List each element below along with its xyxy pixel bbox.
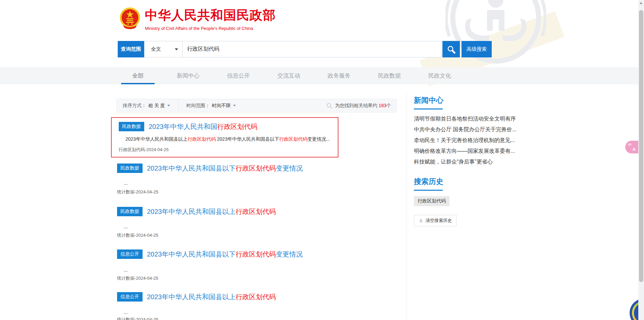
result-snippet: ... bbox=[124, 267, 128, 273]
search-bar: 查询范围 全文 高级搜索 bbox=[118, 41, 492, 57]
advanced-search-button[interactable]: 高级搜索 bbox=[462, 41, 492, 57]
result-snippet: 2023年中华人民共和国县以上行政区划代码 2023年中华人民共和国县以下行政区… bbox=[125, 136, 330, 142]
broom-icon bbox=[419, 218, 423, 223]
result-title-highlight: 行政区划代码 bbox=[236, 250, 276, 258]
search-result-item[interactable]: 民政数据 2023年中华人民共和国县以上行政区划代码 ... 统计数据-2024… bbox=[117, 207, 345, 240]
sort-filter-bar: 排序方式： 相 关 度 时间范围： 时间不限 为您找到相关结果约 183个 bbox=[116, 99, 397, 112]
result-source-date: 统计数据-2024-04-25 bbox=[117, 317, 158, 320]
result-category-badge: 信息公开 bbox=[117, 292, 143, 302]
news-center-section: 新闻中心 清明节假期首日各地祭扫活动安全文明有序 中共中央办公厅 国务院办公厅关… bbox=[414, 95, 525, 167]
result-category-badge: 信息公开 bbox=[117, 249, 143, 259]
history-tag[interactable]: 行政区划代码 bbox=[414, 196, 449, 206]
search-icon bbox=[447, 45, 455, 54]
tab-all[interactable]: 全部 bbox=[113, 67, 163, 84]
search-scope-select[interactable]: 全文 bbox=[144, 41, 182, 57]
result-snippet: ... bbox=[124, 310, 128, 315]
news-list: 清明节假期首日各地祭扫活动安全文明有序 中共中央办公厅 国务院办公厅关于完善价.… bbox=[414, 113, 525, 167]
result-title-link[interactable]: 2023年中华人民共和国县以下行政区划代码变更情况 bbox=[147, 164, 303, 173]
result-count-text: 为您找到相关结果约 183个 bbox=[335, 103, 391, 109]
search-result-item[interactable]: 民政数据 2023年中华人民共和国县以下行政区划代码变更情况 ... 统计数据-… bbox=[117, 164, 345, 197]
result-title-highlight: 行政区划代码 bbox=[236, 165, 276, 172]
news-center-heading: 新闻中心 bbox=[414, 95, 525, 105]
tab-civil-data[interactable]: 民政数据 bbox=[364, 67, 415, 84]
search-scope-value: 全文 bbox=[151, 46, 161, 52]
news-link[interactable]: 牵动民生！关于完善价格治理机制的意见... bbox=[414, 135, 525, 146]
result-title-link[interactable]: 2023年中华人民共和国县以上行政区划代码 bbox=[147, 207, 276, 216]
search-button[interactable] bbox=[442, 41, 460, 57]
result-count-search-icon bbox=[326, 103, 332, 109]
result-title-segment: 变更情况 bbox=[276, 165, 303, 172]
site-title: 中华人民共和国民政部 bbox=[145, 7, 276, 24]
chevron-down-icon[interactable] bbox=[233, 105, 236, 106]
result-title-highlight: 行政区划代码 bbox=[236, 293, 276, 301]
national-emblem-icon bbox=[118, 7, 142, 30]
search-history-heading: 搜索历史 bbox=[414, 177, 525, 187]
news-link[interactable]: 明确价格改革方向——国家发展改革委有... bbox=[414, 146, 525, 156]
result-title-link[interactable]: 2023年中华人民共和国行政区划代码 bbox=[149, 122, 258, 131]
time-range-value[interactable]: 时间不限 bbox=[212, 103, 231, 109]
result-title-segment: 2023年中华人民共和国县以上 bbox=[147, 293, 236, 301]
sort-value[interactable]: 相 关 度 bbox=[148, 103, 165, 109]
result-title-link[interactable]: 2023年中华人民共和国县以上行政区划代码 bbox=[147, 292, 276, 302]
tab-civil-culture[interactable]: 民政文化 bbox=[415, 67, 465, 84]
result-title-link[interactable]: 2023年中华人民共和国县以下行政区划代码变更情况 bbox=[147, 250, 303, 259]
search-scope-label: 查询范围 bbox=[118, 41, 144, 57]
clear-history-button[interactable]: 清空搜索历史 bbox=[414, 215, 457, 226]
category-tabbar: 全部 新闻中心 信息公开 交流互动 政务服务 民政数据 民政文化 bbox=[0, 67, 644, 84]
result-title-segment: 2023年中华人民共和国 bbox=[149, 123, 217, 130]
news-link[interactable]: 科技赋能，让群众“身后事”更省心 bbox=[414, 156, 525, 167]
result-count-number: 183 bbox=[379, 103, 386, 108]
result-source-date: 统计数据-2024-04-25 bbox=[117, 232, 158, 238]
site-subtitle: Ministry of Civil Affairs of the People'… bbox=[145, 26, 276, 31]
chevron-down-icon[interactable] bbox=[167, 105, 170, 106]
time-range-label: 时间范围： bbox=[186, 103, 210, 109]
search-input[interactable] bbox=[182, 41, 441, 57]
content-divider bbox=[407, 94, 407, 320]
search-history-section: 搜索历史 行政区划代码 清空搜索历史 bbox=[414, 177, 525, 226]
highlighted-result-box[interactable]: 民政数据 2023年中华人民共和国行政区划代码 2023年中华人民共和国县以上行… bbox=[111, 117, 338, 157]
search-result-item[interactable]: 信息公开 2023年中华人民共和国县以下行政区划代码变更情况 ... 统计数据-… bbox=[117, 249, 345, 283]
result-snippet: ... bbox=[124, 180, 128, 186]
scrollbar-thumb[interactable] bbox=[639, 10, 643, 282]
result-source-date: 统计数据-2024-04-25 bbox=[117, 275, 158, 281]
result-source-date: 统计数据-2024-04-25 bbox=[117, 189, 158, 195]
tab-info-disclosure[interactable]: 信息公开 bbox=[213, 67, 264, 84]
result-title-segment: 2023年中华人民共和国县以下 bbox=[147, 250, 236, 258]
news-link[interactable]: 中共中央办公厅 国务院办公厅关于完善价... bbox=[414, 124, 525, 135]
sort-label: 排序方式： bbox=[123, 103, 146, 109]
search-result-item[interactable]: 信息公开 2023年中华人民共和国县以上行政区划代码 ... 统计数据-2024… bbox=[117, 292, 345, 320]
result-category-badge: 民政数据 bbox=[119, 122, 144, 131]
tab-interaction[interactable]: 交流互动 bbox=[264, 67, 314, 84]
translate-icon: 中 A bbox=[628, 143, 636, 151]
news-link[interactable]: 清明节假期首日各地祭扫活动安全文明有序 bbox=[414, 113, 525, 124]
result-category-badge: 民政数据 bbox=[117, 164, 143, 173]
result-title-segment: 2023年中华人民共和国县以下 bbox=[147, 165, 236, 172]
mca-logo-watermark bbox=[445, 0, 546, 68]
filter-divider bbox=[178, 99, 178, 112]
result-title-segment: 变更情况 bbox=[276, 250, 303, 258]
result-title-segment: 2023年中华人民共和国县以上 bbox=[147, 208, 236, 215]
translate-button[interactable]: 中 A bbox=[625, 141, 639, 153]
right-sidebar: 新闻中心 清明节假期首日各地祭扫活动安全文明有序 中共中央办公厅 国务院办公厅关… bbox=[414, 95, 525, 226]
scrollbar-up-icon[interactable] bbox=[640, 2, 642, 4]
result-snippet: ... bbox=[124, 224, 128, 229]
heading-underline bbox=[414, 108, 443, 109]
result-title-highlight: 行政区划代码 bbox=[236, 208, 276, 215]
result-title-highlight: 行政区划代码 bbox=[217, 123, 258, 130]
result-category-badge: 民政数据 bbox=[117, 207, 143, 216]
result-source-date: 行政区划代码-2024-04-25 bbox=[119, 147, 169, 153]
site-logo[interactable]: 中华人民共和国民政部 Ministry of Civil Affairs of … bbox=[118, 7, 276, 31]
tab-news-center[interactable]: 新闻中心 bbox=[163, 67, 213, 84]
active-tab-underline bbox=[121, 83, 155, 84]
tab-gov-services[interactable]: 政务服务 bbox=[314, 67, 364, 84]
chevron-down-icon bbox=[175, 48, 178, 50]
